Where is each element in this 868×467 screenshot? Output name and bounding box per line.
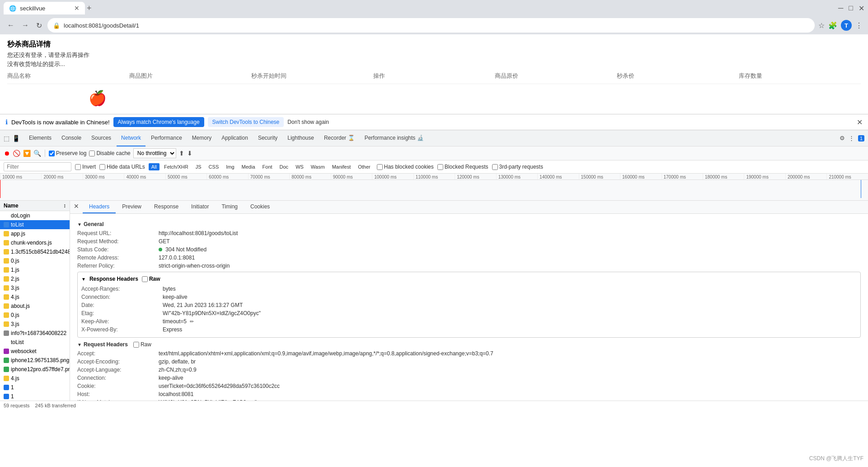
new-tab-button[interactable]: + <box>87 4 92 13</box>
tab-security[interactable]: Security <box>253 130 282 146</box>
filter-input[interactable] <box>4 162 71 171</box>
request-item-3js[interactable]: 3.js <box>0 283 70 292</box>
request-item-appjs[interactable]: app.js <box>0 229 70 238</box>
request-item-iphone12[interactable]: iphone12.96751385.png <box>0 356 70 365</box>
request-item-1a[interactable]: 1 <box>0 383 70 392</box>
detail-tab-headers[interactable]: Headers <box>83 201 116 213</box>
detail-close-button[interactable]: ✕ <box>70 201 83 213</box>
filter-font[interactable]: Font <box>260 163 275 170</box>
filter-doc[interactable]: Doc <box>277 163 291 170</box>
profile-icon[interactable]: T <box>841 20 852 31</box>
response-headers-collapse-icon[interactable]: ▼ <box>81 277 86 282</box>
request-item-info[interactable]: info?t=1687364008222 <box>0 329 70 338</box>
request-item-tolist-2[interactable]: toList <box>0 338 70 347</box>
filter-wasm[interactable]: Wasm <box>308 163 328 170</box>
back-button[interactable]: ← <box>5 19 16 31</box>
device-icon[interactable]: 📱 <box>12 135 20 142</box>
detail-tab-preview[interactable]: Preview <box>116 201 148 213</box>
filter-fetch-xhr[interactable]: Fetch/XHR <box>161 163 191 170</box>
request-headers-title[interactable]: Request Headers Raw <box>77 341 861 348</box>
tab-elements[interactable]: Elements <box>24 130 56 146</box>
clear-icon[interactable]: 🚫 <box>13 150 20 157</box>
has-blocked-cookies-checkbox[interactable]: Has blocked cookies <box>377 164 434 170</box>
tab-application[interactable]: Application <box>217 130 253 146</box>
throttling-select[interactable]: No throttling <box>133 148 176 158</box>
filter-manifest[interactable]: Manifest <box>329 163 354 170</box>
request-item-4js-2[interactable]: 4.js <box>0 374 70 383</box>
disable-cache-checkbox[interactable]: Disable cache <box>89 150 130 156</box>
filter-all[interactable]: All <box>149 163 160 170</box>
has-blocked-cookies-input[interactable] <box>377 164 383 170</box>
request-item-3js-2[interactable]: 3.js <box>0 320 70 329</box>
hide-data-urls-checkbox[interactable]: Hide data URLs <box>99 164 145 170</box>
tab-performance[interactable]: Performance <box>146 130 187 146</box>
tab-recorder[interactable]: Recorder ⌛ <box>319 130 359 146</box>
disable-cache-input[interactable] <box>89 151 95 156</box>
blocked-requests-checkbox[interactable]: Blocked Requests <box>437 164 488 170</box>
detail-tab-timing[interactable]: Timing <box>215 201 244 213</box>
url-box[interactable]: 🔒 localhost:8081/goodsDetail/1 <box>47 18 815 33</box>
filter-media[interactable]: Media <box>239 163 258 170</box>
detail-tab-response[interactable]: Response <box>148 201 185 213</box>
banner-switch-devtools-button[interactable]: Switch DevTools to Chinese <box>208 117 284 127</box>
filter-img[interactable]: Img <box>223 163 237 170</box>
request-item-dologin[interactable]: doLogin <box>0 211 70 220</box>
filter-icon[interactable]: 🔽 <box>23 150 31 157</box>
banner-close-button[interactable]: ✕ <box>857 118 863 127</box>
response-raw-input[interactable] <box>142 276 148 282</box>
request-raw-checkbox[interactable]: Raw <box>133 341 151 348</box>
filter-js[interactable]: JS <box>193 163 204 170</box>
minimize-icon[interactable]: ─ <box>838 4 843 12</box>
request-item-hash1[interactable]: 1.3cf515cb85421db42480.h... <box>0 247 70 256</box>
bookmark-icon[interactable]: ☆ <box>818 21 825 30</box>
hide-data-urls-input[interactable] <box>99 164 105 170</box>
filter-other[interactable]: Other <box>355 163 373 170</box>
third-party-requests-input[interactable] <box>492 164 498 170</box>
filter-css[interactable]: CSS <box>206 163 222 170</box>
preserve-log-checkbox[interactable]: Preserve log <box>49 150 86 156</box>
record-icon[interactable]: ⏺ <box>4 150 10 157</box>
response-raw-checkbox[interactable]: Raw <box>142 276 160 282</box>
request-item-0js[interactable]: 0.js <box>0 256 70 265</box>
request-item-iphone12pro[interactable]: iphone12pro.d57ffde7.png <box>0 365 70 374</box>
active-tab[interactable]: 🌐 seckillvue ✕ <box>4 2 85 14</box>
search-icon[interactable]: 🔍 <box>33 150 41 157</box>
more-options-icon[interactable]: ⋮ <box>849 135 854 142</box>
request-item-1b[interactable]: 1 <box>0 392 70 401</box>
request-raw-input[interactable] <box>133 342 139 348</box>
export-icon[interactable]: ⬇ <box>187 150 192 157</box>
invert-checkbox[interactable]: Invert <box>75 164 96 170</box>
tab-lighthouse[interactable]: Lighthouse <box>283 130 319 146</box>
detail-tab-cookies[interactable]: Cookies <box>244 201 276 213</box>
request-item-tolist-selected[interactable]: toList <box>0 220 70 229</box>
maximize-icon[interactable]: □ <box>849 4 853 12</box>
edit-icon[interactable]: ✏ <box>190 319 194 324</box>
tab-memory[interactable]: Memory <box>188 130 216 146</box>
tab-close-button[interactable]: ✕ <box>74 5 80 12</box>
request-item-2js[interactable]: 2.js <box>0 274 70 283</box>
import-icon[interactable]: ⬆ <box>179 150 184 157</box>
sort-icon[interactable]: ↕ <box>63 203 66 209</box>
close-icon[interactable]: ✕ <box>859 4 864 13</box>
reload-button[interactable]: ↻ <box>34 19 44 32</box>
tab-performance-insights[interactable]: Performance insights 🔬 <box>360 130 428 146</box>
tab-sources[interactable]: Sources <box>87 130 116 146</box>
request-item-aboutjs[interactable]: about.js <box>0 302 70 311</box>
banner-match-language-button[interactable]: Always match Chrome's language <box>113 117 204 127</box>
extensions-icon[interactable]: 🧩 <box>828 21 837 30</box>
filter-ws[interactable]: WS <box>293 163 306 170</box>
menu-icon[interactable]: ⋮ <box>855 21 863 30</box>
request-item-chunk-vendors[interactable]: chunk-vendors.js <box>0 238 70 247</box>
request-item-websocket[interactable]: websocket <box>0 347 70 356</box>
detail-tab-initiator[interactable]: Initiator <box>185 201 215 213</box>
request-item-1js[interactable]: 1.js <box>0 265 70 274</box>
request-item-0js-2[interactable]: 0.js <box>0 311 70 320</box>
invert-input[interactable] <box>75 164 81 170</box>
tab-console[interactable]: Console <box>57 130 86 146</box>
tab-network[interactable]: Network <box>117 130 145 146</box>
third-party-requests-checkbox[interactable]: 3rd-party requests <box>492 164 543 170</box>
general-section-title[interactable]: General <box>77 221 861 227</box>
preserve-log-input[interactable] <box>49 151 55 156</box>
banner-dont-show-button[interactable]: Don't show again <box>287 119 329 125</box>
blocked-requests-input[interactable] <box>437 164 443 170</box>
